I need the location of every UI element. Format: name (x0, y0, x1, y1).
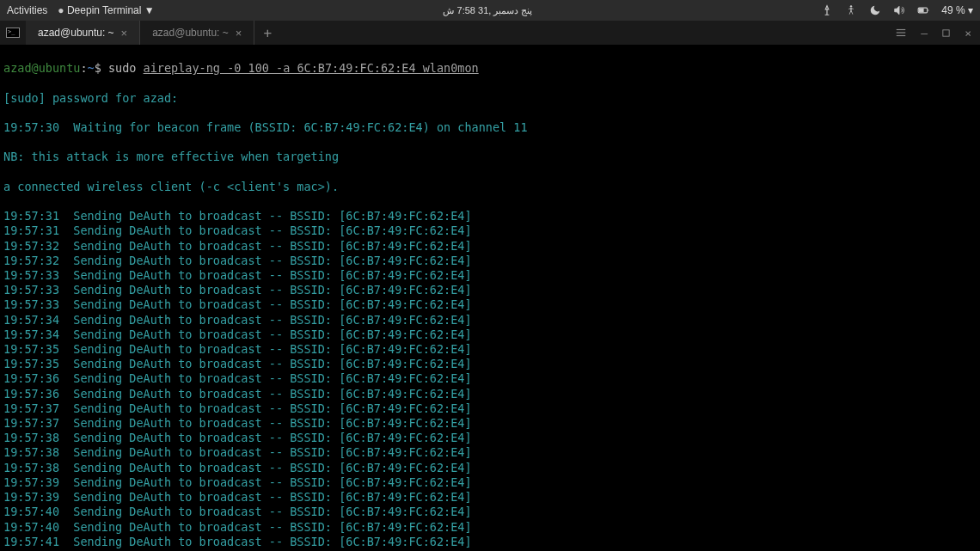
beacon-line: 19:57:30 Waiting for beacon frame (BSSID… (3, 120, 977, 135)
deauth-line: 19:57:38 Sending DeAuth to broadcast -- … (3, 431, 977, 445)
new-tab-button[interactable]: + (254, 21, 280, 45)
nb-line-2: a connected wireless client (-c <client'… (3, 180, 977, 194)
terminal-app-icon: ● (58, 4, 64, 16)
clock[interactable]: پنج دسمبر ,31 7:58 ش (155, 5, 822, 16)
deauth-line: 19:57:39 Sending DeAuth to broadcast -- … (3, 475, 977, 490)
deauth-line: 19:57:37 Sending DeAuth to broadcast -- … (3, 401, 977, 416)
maximize-button[interactable] (941, 28, 951, 38)
tab-1[interactable]: azad@ubuntu: ~ × (26, 21, 140, 45)
deauth-line: 19:57:36 Sending DeAuth to broadcast -- … (3, 387, 977, 401)
battery-percent: 49 % ▾ (941, 4, 973, 16)
sudo-password-line: [sudo] password for azad: (3, 91, 977, 106)
svg-point-0 (850, 5, 852, 7)
tab-close-icon[interactable]: × (236, 27, 242, 40)
nb-line-1: NB: this attack is more effective when t… (3, 150, 977, 164)
top-panel: Activities ● Deepin Terminal ▼ پنج دسمبر… (0, 0, 980, 21)
deauth-line: 19:57:31 Sending DeAuth to broadcast -- … (3, 209, 977, 223)
minimize-button[interactable]: — (921, 27, 928, 40)
tab-bar: azad@ubuntu: ~ × azad@ubuntu: ~ × + — × (0, 21, 980, 45)
deauth-line: 19:57:40 Sending DeAuth to broadcast -- … (3, 505, 977, 519)
tab-title: azad@ubuntu: ~ (38, 27, 114, 39)
deauth-line: 19:57:31 Sending DeAuth to broadcast -- … (3, 223, 977, 238)
volume-icon[interactable] (893, 4, 905, 16)
deauth-line: 19:57:36 Sending DeAuth to broadcast -- … (3, 371, 977, 386)
terminal-output[interactable]: azad@ubuntu:~$ sudo aireplay-ng -0 100 -… (0, 45, 980, 551)
deauth-line: 19:57:33 Sending DeAuth to broadcast -- … (3, 268, 977, 283)
prompt-user-host: azad@ubuntu (3, 61, 80, 75)
terminal-launcher-icon[interactable] (0, 21, 26, 45)
night-icon[interactable] (869, 4, 881, 16)
deauth-line: 19:57:34 Sending DeAuth to broadcast -- … (3, 313, 977, 328)
deauth-line: 19:57:33 Sending DeAuth to broadcast -- … (3, 297, 977, 312)
svg-rect-7 (943, 29, 949, 35)
deauth-line: 19:57:38 Sending DeAuth to broadcast -- … (3, 461, 977, 475)
deauth-line: 19:57:40 Sending DeAuth to broadcast -- … (3, 520, 977, 535)
deauth-line: 19:57:35 Sending DeAuth to broadcast -- … (3, 342, 977, 357)
deauth-line: 19:57:32 Sending DeAuth to broadcast -- … (3, 254, 977, 268)
deauth-line: 19:57:32 Sending DeAuth to broadcast -- … (3, 239, 977, 254)
deauth-line: 19:57:34 Sending DeAuth to broadcast -- … (3, 328, 977, 342)
accessibility-icon[interactable] (845, 4, 857, 16)
svg-rect-2 (920, 9, 924, 12)
app-menu-label: Deepin Terminal ▼ (67, 4, 155, 16)
battery-icon[interactable] (917, 4, 929, 16)
keyboard-layout-icon[interactable] (821, 4, 833, 16)
deauth-line: 19:57:38 Sending DeAuth to broadcast -- … (3, 445, 977, 460)
status-area[interactable]: 49 % ▾ (821, 4, 973, 16)
deauth-line: 19:57:39 Sending DeAuth to broadcast -- … (3, 490, 977, 505)
tab-close-icon[interactable]: × (121, 27, 128, 40)
deauth-line: 19:57:35 Sending DeAuth to broadcast -- … (3, 357, 977, 371)
close-button[interactable]: × (965, 27, 971, 40)
tab-2[interactable]: azad@ubuntu: ~ × (140, 21, 254, 45)
command-text: aireplay-ng -0 100 -a 6C:B7:49:FC:62:E4 … (144, 61, 479, 75)
deauth-line: 19:57:37 Sending DeAuth to broadcast -- … (3, 416, 977, 431)
activities-button[interactable]: Activities (7, 4, 47, 16)
menu-button[interactable] (895, 27, 907, 39)
prompt-path: ~ (88, 61, 95, 75)
deauth-line: 19:57:33 Sending DeAuth to broadcast -- … (3, 283, 977, 297)
prompt-line: azad@ubuntu:~$ sudo aireplay-ng -0 100 -… (3, 61, 977, 76)
tab-title: azad@ubuntu: ~ (152, 27, 229, 39)
app-menu[interactable]: ● Deepin Terminal ▼ (58, 4, 154, 17)
deauth-line: 19:57:41 Sending DeAuth to broadcast -- … (3, 535, 977, 549)
